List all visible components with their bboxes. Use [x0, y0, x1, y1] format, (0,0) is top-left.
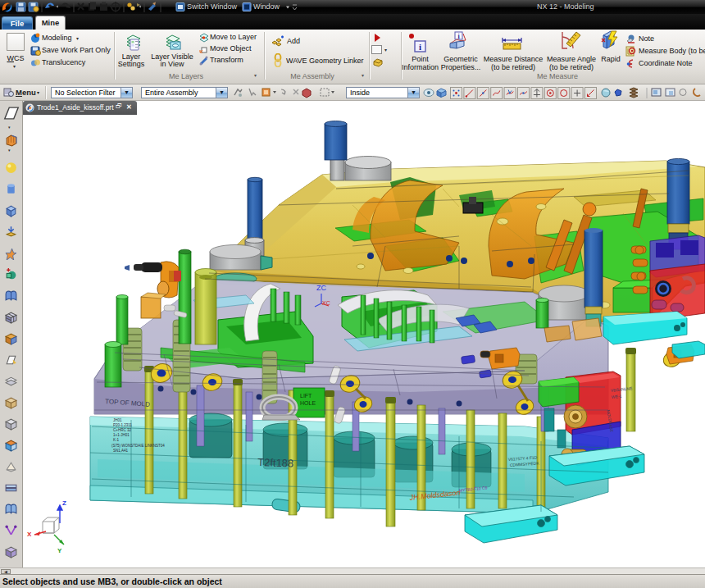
svg-text:K-1: K-1	[113, 438, 120, 442]
svg-text:P20-1.2311: P20-1.2311	[113, 423, 132, 427]
svg-text:HOLE: HOLE	[300, 400, 316, 406]
svg-text:ZC: ZC	[316, 284, 326, 292]
svg-text:JH01: JH01	[113, 418, 122, 422]
svg-text:LIFT: LIFT	[300, 393, 312, 399]
svg-text:C+HRC 32: C+HRC 32	[113, 428, 131, 432]
svg-text:T2ft188: T2ft188	[257, 456, 294, 470]
svg-text:Z: Z	[62, 499, 66, 507]
svg-text:(S75) WONSTDAIE LINKNST04: (S75) WONSTDAIE LINKNST04	[111, 444, 165, 448]
svg-text:X: X	[27, 531, 32, 538]
svg-text:SN1,A41: SN1,A41	[113, 449, 129, 453]
svg-text:1+1-JH01: 1+1-JH01	[113, 433, 130, 437]
svg-text:i: i	[419, 42, 421, 52]
svg-text:Y: Y	[57, 547, 62, 554]
